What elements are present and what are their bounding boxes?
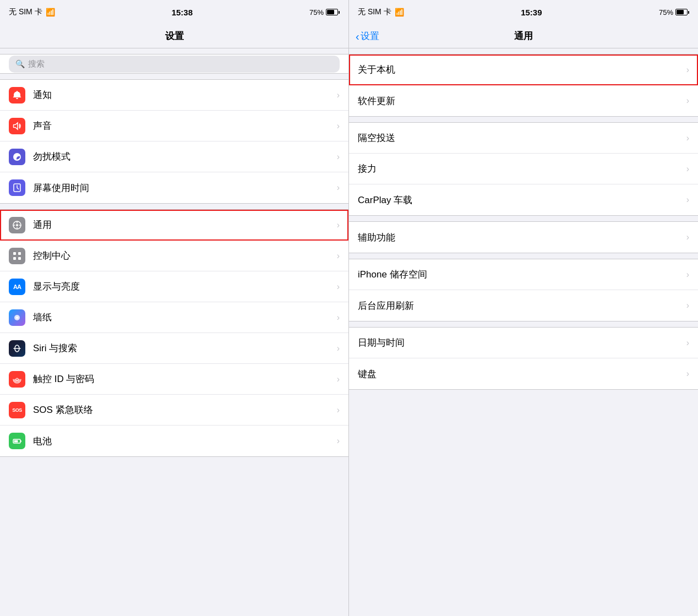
accessibility-label: 辅助功能 [358, 231, 686, 244]
right-scroll-area[interactable]: 关于本机 › 软件更新 › 隔空投送 › 接力 › CarPlay 车载 › [349, 48, 698, 616]
right-item-bgrefresh[interactable]: 后台应用刷新 › [349, 290, 698, 321]
left-item-display[interactable]: AA 显示与亮度 › [0, 271, 348, 302]
touchid-label: 触控 ID 与密码 [33, 373, 332, 385]
controlcenter-label: 控制中心 [33, 249, 332, 262]
svg-rect-4 [18, 252, 21, 255]
right-item-accessibility[interactable]: 辅助功能 › [349, 222, 698, 253]
dnd-icon [9, 149, 25, 165]
bgrefresh-label: 后台应用刷新 [358, 299, 686, 312]
right-item-about[interactable]: 关于本机 › [349, 54, 698, 85]
carplay-chevron: › [686, 195, 689, 205]
touchid-chevron: › [337, 374, 340, 384]
right-battery-icon [675, 9, 689, 15]
battery-icon [9, 433, 25, 449]
right-section-3: 辅助功能 › [349, 221, 698, 253]
right-section-5: 日期与时间 › 键盘 › [349, 327, 698, 390]
left-item-controlcenter[interactable]: 控制中心 › [0, 241, 348, 271]
keyboard-chevron: › [686, 369, 689, 379]
screentime-icon [9, 179, 25, 196]
right-gap2 [349, 216, 698, 221]
right-status-right: 75% [659, 8, 689, 17]
left-nav-bar: 设置 [0, 24, 348, 48]
right-item-keyboard[interactable]: 键盘 › [349, 358, 698, 389]
right-battery-pct: 75% [659, 8, 673, 17]
left-item-siri[interactable]: Siri 与搜索 › [0, 333, 348, 364]
sound-label: 声音 [33, 119, 332, 132]
dnd-label: 勿扰模式 [33, 150, 332, 163]
sound-chevron: › [337, 121, 340, 131]
sound-icon [9, 118, 25, 134]
battery-chevron: › [337, 436, 340, 446]
display-chevron: › [337, 282, 340, 292]
touchid-icon [9, 371, 25, 388]
controlcenter-icon [9, 248, 25, 264]
wallpaper-label: 墙纸 [33, 311, 332, 324]
general-label: 通用 [33, 219, 332, 231]
search-placeholder: 搜索 [28, 59, 45, 69]
search-icon: 🔍 [15, 59, 25, 68]
left-battery-pct: 75% [309, 8, 324, 17]
left-nav-title: 设置 [165, 30, 184, 42]
siri-chevron: › [337, 344, 340, 353]
left-time: 15:38 [172, 8, 193, 17]
sos-label: SOS 紧急联络 [33, 404, 332, 416]
right-gap1 [349, 117, 698, 122]
right-nav-title: 通用 [514, 30, 533, 42]
notification-icon [9, 87, 25, 103]
siri-icon [9, 340, 25, 357]
left-item-battery[interactable]: 电池 › [0, 426, 348, 456]
right-section-4: iPhone 储存空间 › 后台应用刷新 › [349, 259, 698, 321]
right-section-2: 隔空投送 › 接力 › CarPlay 车载 › [349, 122, 698, 216]
left-item-general[interactable]: 通用 › [0, 210, 348, 241]
right-item-carplay[interactable]: CarPlay 车载 › [349, 184, 698, 215]
datetime-chevron: › [686, 338, 689, 348]
svg-rect-6 [18, 257, 21, 260]
left-battery-fill [327, 10, 335, 14]
right-item-handoff[interactable]: 接力 › [349, 154, 698, 184]
softwareupdate-chevron: › [686, 96, 689, 106]
siri-label: Siri 与搜索 [33, 342, 332, 355]
general-icon [9, 217, 25, 233]
right-battery-fill [677, 10, 684, 14]
sos-chevron: › [337, 405, 340, 415]
right-item-datetime[interactable]: 日期与时间 › [349, 328, 698, 358]
dnd-chevron: › [337, 152, 340, 162]
display-label: 显示与亮度 [33, 280, 332, 293]
carplay-label: CarPlay 车载 [358, 194, 686, 206]
svg-point-8 [16, 317, 18, 319]
right-gap3 [349, 253, 698, 259]
keyboard-label: 键盘 [358, 368, 686, 380]
left-battery-icon [326, 9, 340, 15]
right-wifi-icon: 📶 [395, 8, 404, 17]
right-nav-bar: ‹ 设置 通用 [349, 24, 698, 48]
right-item-storage[interactable]: iPhone 储存空间 › [349, 259, 698, 290]
left-item-sos[interactable]: SOS SOS 紧急联络 › [0, 395, 348, 426]
right-sim-text: 无 SIM 卡 [358, 7, 391, 17]
airdrop-chevron: › [686, 133, 689, 143]
about-chevron: › [686, 65, 689, 75]
left-wifi-icon: 📶 [46, 8, 55, 17]
left-scroll-area[interactable]: 🔍 搜索 通知 › 声音 › [0, 48, 348, 616]
storage-label: iPhone 储存空间 [358, 268, 686, 281]
right-item-softwareupdate[interactable]: 软件更新 › [349, 85, 698, 116]
left-section-2: 通用 › 控制中心 › AA 显示与亮度 › 墙纸 › [0, 209, 348, 457]
right-nav-back[interactable]: ‹ 设置 [356, 30, 379, 42]
left-battery-body [326, 9, 338, 15]
right-item-airdrop[interactable]: 隔空投送 › [349, 123, 698, 154]
right-gap-top [349, 48, 698, 54]
svg-point-2 [16, 224, 18, 226]
left-gap2 [0, 204, 348, 209]
general-chevron: › [337, 220, 340, 230]
left-item-screentime[interactable]: 屏幕使用时间 › [0, 172, 348, 203]
right-section-1: 关于本机 › 软件更新 › [349, 54, 698, 117]
wallpaper-icon [9, 309, 25, 326]
left-panel: 无 SIM 卡 📶 15:38 75% 设置 🔍 搜索 [0, 0, 349, 616]
left-item-dnd[interactable]: 勿扰模式 › [0, 141, 348, 172]
left-item-sound[interactable]: 声音 › [0, 111, 348, 141]
left-gap-top [0, 48, 348, 54]
left-item-wallpaper[interactable]: 墙纸 › [0, 302, 348, 333]
handoff-chevron: › [686, 164, 689, 174]
datetime-label: 日期与时间 [358, 336, 686, 349]
left-item-touchid[interactable]: 触控 ID 与密码 › [0, 364, 348, 395]
left-item-notification[interactable]: 通知 › [0, 80, 348, 111]
